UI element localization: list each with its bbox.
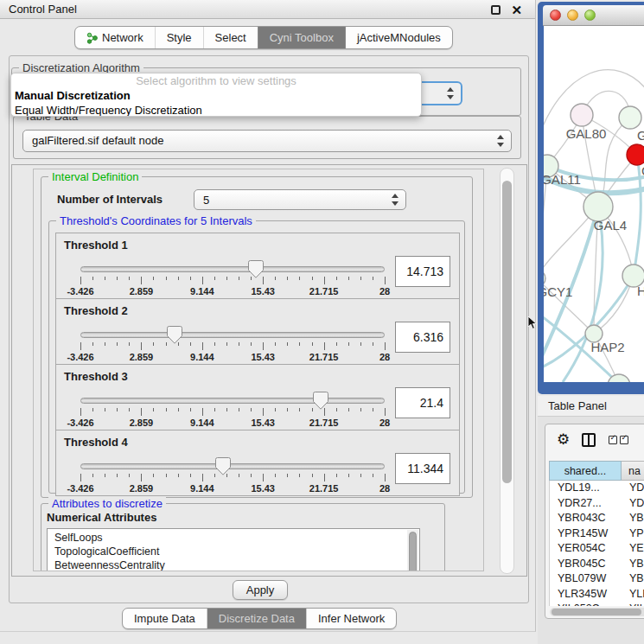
table-row[interactable]: YPR145WYPR1 [550, 526, 644, 542]
slider-thumb[interactable] [215, 457, 231, 475]
dropdown-option-manual-discretization[interactable]: Manual Discretization [11, 88, 421, 103]
network-node-ga[interactable] [619, 106, 641, 129]
threshold-2-slider[interactable]: -3.4262.8599.14415.4321.71528 [80, 323, 385, 363]
table-row[interactable]: YBR043CYBR0 [550, 511, 644, 526]
table-cell[interactable]: YIL052C [550, 602, 622, 606]
table-cell[interactable]: YBL0 [622, 571, 644, 587]
scrollbar-thumb[interactable] [552, 609, 641, 615]
threshold-4-slider[interactable]: -3.4262.8599.14415.4321.71528 [80, 455, 385, 494]
table-panel-title: Table Panel [548, 396, 607, 417]
table-data-group: Table Data galFiltered.sif default node [13, 116, 521, 159]
mouse-cursor [527, 316, 538, 330]
scrollbar-thumb[interactable] [409, 532, 417, 571]
threshold-1-value-field[interactable]: 14.713 [395, 256, 450, 287]
table-cell[interactable]: YBL079W [550, 571, 622, 587]
table-cell[interactable]: YBR045C [550, 557, 622, 572]
table-cell[interactable]: YDR27... [550, 496, 622, 512]
network-window-titlebar[interactable] [543, 5, 644, 26]
table-cell[interactable]: YIL0 [622, 602, 644, 606]
node-label: GAL4 [594, 218, 627, 233]
slider-track[interactable] [80, 332, 385, 338]
tab-infer-network[interactable]: Infer Network [306, 609, 396, 628]
close-icon[interactable]: ✕ [511, 1, 522, 20]
column-header-shared-name[interactable]: shared... [549, 461, 622, 481]
table-row[interactable]: YDL19...YDL1 [550, 481, 644, 496]
table-cell[interactable]: YDL19... [550, 481, 622, 496]
interval-definition-group-title: Interval Definition [48, 170, 142, 183]
table-cell[interactable]: YLR345W [550, 587, 622, 603]
control-panel-titlebar: Control Panel ✕ [0, 0, 535, 19]
slider-thumb[interactable] [248, 260, 264, 278]
table-panel-body: ⚙ shared... na YDL19...YDL1YDR27...YDR2Y… [538, 417, 644, 644]
table-cell[interactable]: YPR1 [622, 526, 644, 542]
close-traffic-light-icon[interactable] [550, 10, 561, 21]
attribute-list-item[interactable]: TopologicalCoefficient [48, 545, 405, 558]
tab-cyni-toolbox[interactable]: Cyni Toolbox [258, 27, 345, 48]
network-node-gal80[interactable] [571, 104, 593, 126]
slider-thumb[interactable] [313, 392, 328, 410]
table-cell[interactable]: YLR3 [622, 587, 644, 603]
threshold-2-panel: Threshold 2 -3.4262.8599.14415.4321.7152… [55, 298, 460, 365]
apply-button[interactable]: Apply [233, 580, 288, 600]
tab-style[interactable]: Style [155, 27, 203, 48]
tab-jactivemnodules[interactable]: jActiveMNodules [345, 27, 452, 48]
table-header-row: shared... na [549, 461, 644, 481]
slider-track[interactable] [80, 266, 385, 272]
columns-icon[interactable] [582, 433, 596, 447]
column-header-name[interactable]: na [622, 461, 644, 481]
slider-track[interactable] [80, 398, 385, 404]
table-cell[interactable]: YBR0 [622, 557, 644, 572]
table-cell[interactable]: YDL1 [622, 481, 644, 496]
tab-label: Select [215, 31, 246, 44]
scrollbar-thumb[interactable] [502, 181, 512, 483]
table-row[interactable]: YBL079WYBL0 [550, 571, 644, 587]
float-window-icon[interactable] [491, 5, 501, 15]
dropdown-option-equal-width-frequency[interactable]: Equal Width/Frequency Discretization [11, 103, 421, 117]
table-row[interactable]: YBR045CYBR0 [550, 557, 644, 572]
zoom-traffic-light-icon[interactable] [584, 10, 596, 21]
tab-discretize-data[interactable]: Discretize Data [207, 609, 306, 628]
threshold-4-value-field[interactable]: 11.344 [395, 453, 450, 484]
node-label: H [637, 284, 644, 298]
gear-icon[interactable]: ⚙ [557, 430, 570, 449]
slider-ticks [80, 342, 385, 351]
table-cell[interactable]: YER054C [550, 541, 622, 557]
slider-thumb[interactable] [167, 326, 182, 344]
table-cell[interactable]: YPR145W [550, 526, 622, 542]
table-row[interactable]: YER054CYER0 [550, 541, 644, 557]
attribute-list-item[interactable]: BetweennessCentrality [48, 558, 405, 571]
settings-vertical-scrollbar[interactable] [500, 168, 514, 574]
tab-select[interactable]: Select [203, 27, 258, 48]
network-node-c[interactable] [627, 144, 644, 165]
attributes-list-scrollbar[interactable] [407, 530, 418, 571]
table-horizontal-scrollbar[interactable] [550, 608, 644, 616]
threshold-3-label: Threshold 3 [64, 370, 128, 383]
combo-stepper-icon [447, 87, 455, 99]
table-cell[interactable]: YBR043C [550, 511, 622, 526]
network-node-gal4[interactable] [583, 192, 613, 221]
table-row[interactable]: YIL052CYIL0 [550, 602, 644, 606]
minimize-traffic-light-icon[interactable] [567, 10, 578, 21]
threshold-3-value-field[interactable]: 21.4 [395, 387, 450, 418]
table-data-combobox[interactable]: galFiltered.sif default node [22, 130, 512, 152]
select-columns-checkboxes-icon[interactable] [609, 436, 628, 444]
number-of-intervals-label: Number of Intervals [57, 193, 163, 206]
threshold-1-slider[interactable]: -3.4262.8599.14415.4321.71528 [80, 258, 385, 297]
control-panel-tabbar: Network Style Select Cyni Toolbox jActiv… [74, 26, 453, 49]
table-row[interactable]: YLR345WYLR3 [550, 587, 644, 603]
slider-track[interactable] [80, 463, 385, 469]
threshold-3-slider[interactable]: -3.4262.8599.14415.4321.71528 [80, 389, 385, 429]
tab-impute-data[interactable]: Impute Data [123, 609, 207, 628]
number-of-intervals-combobox[interactable]: 5 [194, 189, 406, 210]
thresholds-coordinates-group-title: Threshold's Coordinates for 5 Intervals [56, 214, 256, 227]
slider-scale-labels: -3.4262.8599.14415.4321.71528 [80, 286, 385, 297]
attribute-list-item[interactable]: SelfLoops [48, 531, 405, 545]
table-row[interactable]: YDR27...YDR2 [550, 496, 644, 512]
table-cell[interactable]: YBR0 [622, 511, 644, 526]
table-cell[interactable]: YER0 [622, 541, 644, 557]
table-cell[interactable]: YDR2 [622, 496, 644, 512]
threshold-2-value-field[interactable]: 6.316 [395, 322, 450, 353]
network-canvas[interactable]: GAL80GACGAL11GAL4GCY1HHAP2 [544, 26, 644, 382]
tab-network[interactable]: Network [75, 27, 155, 48]
threshold-4-panel: Threshold 4 -3.4262.8599.14415.4321.7152… [55, 430, 460, 496]
